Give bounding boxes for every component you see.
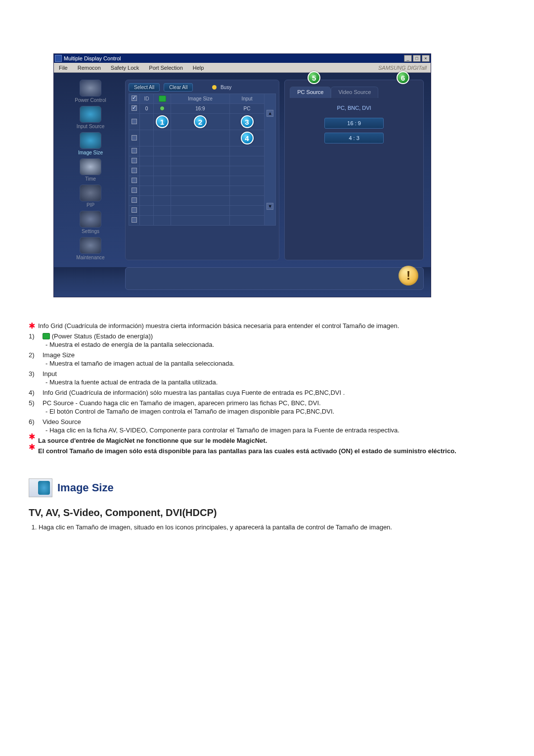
- cell-image-size: 16:9: [171, 104, 230, 114]
- row-checkbox[interactable]: [132, 105, 137, 111]
- row-checkbox[interactable]: [132, 178, 137, 183]
- ordered-steps: Haga clic en Tamaño de imagen, situado e…: [29, 523, 505, 531]
- sidebar-item-maintenance[interactable]: Maintenance: [61, 237, 120, 260]
- warning-note-2: ✱ El control Tamaño de imagen sólo está …: [29, 447, 505, 455]
- tab-video-source[interactable]: Video Source: [331, 87, 378, 98]
- table-row[interactable]: 1 2 3: [129, 114, 276, 130]
- close-button[interactable]: ×: [422, 55, 430, 62]
- source-group-label: PC, BNC, DVI: [290, 105, 418, 111]
- sidebar-item-label: Power Control: [61, 97, 120, 103]
- list-subtext: - Muestra el estado de energía de la pan…: [45, 341, 505, 348]
- table-row[interactable]: [129, 176, 276, 186]
- col-power: [154, 94, 171, 104]
- list-text: Video Source: [43, 418, 81, 425]
- table-row[interactable]: [129, 156, 276, 166]
- list-text: Input: [43, 370, 57, 378]
- callout-1: 1: [156, 115, 169, 128]
- row-checkbox[interactable]: [132, 188, 137, 193]
- brand-label: SAMSUNG DIGITall: [373, 65, 431, 71]
- col-check[interactable]: [129, 94, 140, 104]
- list-number: 4): [29, 389, 40, 396]
- time-icon: [80, 158, 101, 175]
- clear-all-button[interactable]: Clear All: [164, 83, 193, 92]
- row-checkbox[interactable]: [132, 148, 137, 153]
- list-item-3: 3) Input: [29, 370, 505, 378]
- callout-2: 2: [194, 115, 207, 128]
- list-text: PC Source - Cuando haga clic en Tamaño d…: [43, 399, 321, 407]
- ordered-step-1: Haga clic en Tamaño de imagen, situado e…: [39, 523, 505, 531]
- ratio-4-3-button[interactable]: 4 : 3: [324, 133, 384, 143]
- list-item-5: 5) PC Source - Cuando haga clic en Tamañ…: [29, 399, 505, 407]
- intro-text: Info Grid (Cuadrícula de información) mu…: [38, 322, 399, 330]
- table-row[interactable]: [129, 186, 276, 196]
- app-window: Multiple Display Control _ □ × File Remo…: [53, 53, 431, 297]
- maximize-button[interactable]: □: [413, 55, 421, 62]
- list-text: Image Size: [43, 351, 75, 359]
- sidebar: Power Control Input Source Image Size Ti…: [61, 80, 120, 260]
- sidebar-item-pip[interactable]: PIP: [61, 185, 120, 208]
- menu-safety-lock[interactable]: Safety Lock: [106, 65, 144, 71]
- row-checkbox[interactable]: [132, 158, 137, 163]
- list-item-6: 6) Video Source: [29, 418, 505, 425]
- list-item-2: 2) Image Size: [29, 351, 505, 359]
- list-subtext: - Muestra la fuente actual de entrada de…: [45, 378, 505, 386]
- table-row[interactable]: 4: [129, 130, 276, 146]
- table-row[interactable]: [129, 196, 276, 206]
- menu-file[interactable]: File: [54, 65, 73, 71]
- list-number: 2): [29, 351, 40, 359]
- busy-label: Busy: [221, 85, 231, 90]
- pip-icon: [80, 185, 101, 201]
- minimize-button[interactable]: _: [404, 55, 412, 62]
- table-row[interactable]: [129, 166, 276, 176]
- row-checkbox[interactable]: [132, 197, 137, 203]
- ratio-16-9-button[interactable]: 16 : 9: [324, 118, 384, 129]
- callout-5: 5: [308, 71, 320, 84]
- table-row[interactable]: [129, 146, 276, 156]
- sidebar-item-input[interactable]: Input Source: [61, 106, 120, 129]
- list-number: 5): [29, 399, 40, 407]
- row-checkbox[interactable]: [132, 135, 137, 141]
- table-row[interactable]: 0 16:9 PC: [129, 104, 276, 114]
- list-text: (Power Status (Estado de energía)): [52, 332, 153, 340]
- col-id: ID: [140, 94, 154, 104]
- row-checkbox[interactable]: [132, 217, 137, 223]
- input-source-icon: [80, 106, 101, 123]
- gear-icon: [80, 211, 101, 228]
- list-number: 6): [29, 418, 40, 425]
- cell-id: 0: [140, 104, 154, 114]
- busy-indicator-icon: [212, 85, 217, 90]
- window-title: Multiple Display Control: [64, 55, 121, 61]
- sidebar-item-label: Settings: [61, 229, 120, 234]
- scroll-down-icon[interactable]: ▼: [267, 203, 273, 210]
- row-checkbox[interactable]: [132, 119, 137, 124]
- app-icon: [55, 55, 62, 62]
- power-status-icon: [159, 95, 166, 102]
- table-row[interactable]: [129, 206, 276, 216]
- list-subtext: - Muestra el tamaño de imagen actual de …: [45, 360, 505, 367]
- image-size-icon: [80, 132, 101, 149]
- menubar: File Remocon Safety Lock Port Selection …: [54, 63, 431, 73]
- callout-6: 6: [397, 71, 409, 84]
- menu-remocon[interactable]: Remocon: [73, 65, 106, 71]
- menu-help[interactable]: Help: [188, 65, 209, 71]
- sidebar-item-image-size[interactable]: Image Size: [61, 132, 120, 155]
- row-checkbox[interactable]: [132, 168, 137, 173]
- list-item-4: 4) Info Grid (Cuadrícula de información)…: [29, 389, 505, 396]
- sidebar-item-time[interactable]: Time: [61, 158, 120, 182]
- sidebar-item-power[interactable]: Power Control: [61, 80, 120, 103]
- select-all-button[interactable]: Select All: [129, 83, 160, 92]
- checkbox-icon[interactable]: [132, 95, 137, 101]
- star-icon: ✱: [29, 326, 35, 330]
- section-heading-row: Image Size: [29, 478, 505, 497]
- tab-pc-source[interactable]: PC Source: [290, 87, 331, 98]
- right-panel: 5 6 PC Source Video Source PC, BNC, DVI …: [284, 80, 424, 260]
- row-checkbox[interactable]: [132, 207, 137, 213]
- titlebar[interactable]: Multiple Display Control _ □ ×: [54, 54, 431, 63]
- scroll-up-icon[interactable]: ▲: [267, 110, 273, 117]
- menu-port-selection[interactable]: Port Selection: [144, 65, 187, 71]
- sidebar-item-label: Image Size: [61, 150, 120, 155]
- callout-3: 3: [241, 115, 254, 128]
- scrollbar[interactable]: ▲ ▼: [265, 94, 276, 226]
- sidebar-item-settings[interactable]: Settings: [61, 211, 120, 234]
- table-row[interactable]: [129, 216, 276, 226]
